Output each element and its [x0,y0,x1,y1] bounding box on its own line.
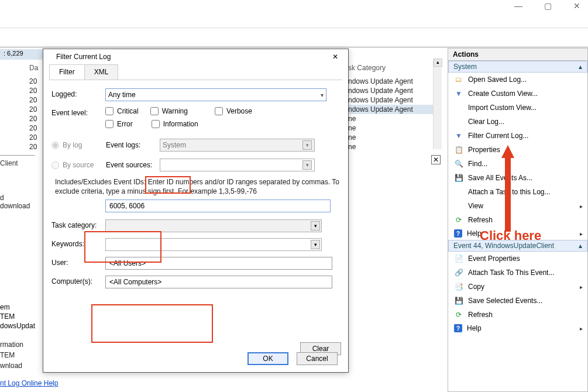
action-clear-log[interactable]: Clear Log... [448,115,587,129]
label-event-logs: Event logs: [106,141,160,149]
row-cell-selected[interactable]: ndows Update Agent [348,105,439,114]
action-label: Filter Current Log... [468,132,528,140]
logged-value: Any time [108,91,136,99]
action-import-custom-view[interactable]: Import Custom View... [448,101,587,115]
action-refresh[interactable]: ⟳Refresh [448,213,587,227]
col-header-task: sk Category [348,61,439,77]
group-title: Event 44, WindowsUpdateClient [453,242,554,250]
event-logs-value: System [163,141,186,149]
checkbox[interactable] [105,120,114,128]
action-open-saved-log[interactable]: 🗂Open Saved Log... [448,73,587,87]
action-copy[interactable]: 📑Copy▸ [448,280,587,294]
action-save-all-events-as[interactable]: 💾Save All Events As... [448,171,587,185]
actions-group-system[interactable]: System ▴ [448,61,587,73]
action-label: Attach Task To This Event... [468,269,554,277]
action-attach-a-task-to-this-log[interactable]: Attach a Task to this Log... [448,185,587,199]
action-label: Open Saved Log... [468,75,527,84]
row-cell[interactable]: ndows Update Agent [348,77,439,86]
chevron-down-icon[interactable]: ▾ [311,240,320,249]
action-view[interactable]: View▸ [448,199,587,213]
action-find[interactable]: 🔍Find... [448,157,587,171]
row-cell[interactable]: ne [348,114,439,123]
chk-error[interactable]: Error [105,120,133,128]
label-logged: Logged: [51,88,105,98]
action-help[interactable]: ?Help▸ [448,322,587,335]
maximize-button[interactable]: ▢ [539,1,556,11]
copy-icon: 📑 [454,282,463,291]
blank-icon [454,103,463,112]
checkbox[interactable] [105,107,114,115]
separator [0,27,588,28]
pane-close-button[interactable]: ✕ [431,155,441,164]
action-save-selected-events[interactable]: 💾Save Selected Events... [448,294,587,308]
action-label: Event Properties [468,255,520,263]
filter-dialog: Filter Current Log ✕ Filter XML Logged: … [43,49,349,373]
action-label: Refresh [468,216,493,224]
chk-information[interactable]: Information [152,120,198,128]
action-label: Attach a Task to this Log... [468,188,551,196]
action-label: Create Custom View... [468,90,538,98]
action-help[interactable]: ?Help▸ [448,227,587,240]
chevron-up-icon[interactable]: ▴ [579,242,582,250]
chevron-down-icon: ▾ [321,92,324,98]
actions-group-event[interactable]: Event 44, WindowsUpdateClient ▴ [448,240,587,252]
row-cell[interactable]: ne [348,142,439,152]
help-icon: ? [454,324,462,332]
chevron-right-icon: ▸ [580,203,583,209]
label-event-level: Event level: [51,107,105,117]
scroll-up-icon[interactable]: ▴ [434,59,442,67]
event-sources-combo[interactable]: ▾ [160,159,315,171]
dialog-tabs: Filter XML [49,64,342,80]
chevron-up-icon[interactable]: ▴ [579,63,582,71]
row-cell[interactable]: ne [348,123,439,133]
tab-filter[interactable]: Filter [49,64,85,80]
chevron-down-icon[interactable]: ▾ [302,160,312,170]
chevron-down-icon: ▾ [311,221,320,231]
event-ids-input[interactable] [105,200,331,212]
action-filter-current-log[interactable]: ▼Filter Current Log... [448,129,587,143]
actions-pane: Actions System ▴ 🗂Open Saved Log...▼Crea… [448,48,588,392]
action-create-custom-view[interactable]: ▼Create Custom View... [448,87,587,101]
checkbox[interactable] [152,120,160,128]
minimize-button[interactable]: — [510,1,527,11]
action-properties[interactable]: 📋Properties [448,143,587,157]
label: Warning [162,107,188,115]
action-label: Refresh [468,311,493,319]
action-label: Save Selected Events... [468,297,542,305]
blank-icon [454,187,463,197]
chk-verbose[interactable]: Verbose [215,107,252,115]
separator [0,47,588,47]
logged-select[interactable]: Any time ▾ [105,88,326,101]
action-attach-task-to-this-event[interactable]: 🔗Attach Task To This Event... [448,266,587,280]
keywords-combo[interactable]: ▾ [105,238,322,251]
user-input[interactable] [105,257,332,270]
cancel-button[interactable]: Cancel [297,352,338,365]
online-help-link[interactable]: nt Log Online Help [0,379,58,387]
row-cell[interactable]: ne [348,133,439,142]
annotation-highlight [91,304,213,343]
ok-button[interactable]: OK [247,352,288,365]
chk-critical[interactable]: Critical [105,107,139,115]
checkbox[interactable] [215,107,223,115]
chevron-right-icon: ▸ [580,231,583,237]
event-logs-combo: System ▾ [160,139,315,152]
text-fragment: d download [0,192,35,211]
checkbox[interactable] [150,107,159,115]
chk-warning[interactable]: Warning [150,107,188,115]
refresh-icon: ⟳ [454,310,463,319]
computers-input[interactable] [105,276,332,288]
dialog-close-button[interactable]: ✕ [328,53,342,61]
tab-xml[interactable]: XML [84,64,119,80]
scrollbar[interactable]: ▴ [433,59,442,149]
row-cell[interactable]: ndows Update Agent [348,95,439,105]
dialog-body: Logged: Any time ▾ Event level: Critical… [43,80,348,288]
chevron-right-icon: ▸ [580,284,583,290]
close-button[interactable]: ✕ [568,1,586,11]
dialog-titlebar: Filter Current Log ✕ [43,49,348,64]
chevron-right-icon: ▸ [580,325,583,332]
row-cell[interactable]: ndows Update Agent [348,86,439,95]
action-event-properties[interactable]: 📄Event Properties [448,252,587,266]
label: Critical [117,107,139,115]
action-refresh[interactable]: ⟳Refresh [448,308,587,322]
label: Verbose [226,107,252,115]
